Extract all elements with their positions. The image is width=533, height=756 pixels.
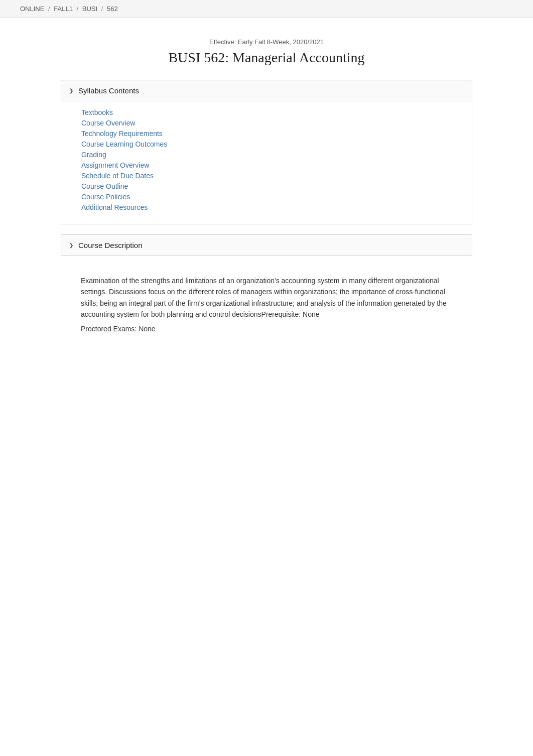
- syllabus-section: ❯ Syllabus Contents Textbooks Course Ove…: [61, 80, 472, 224]
- list-item: Textbooks: [81, 108, 464, 117]
- list-item: Technology Requirements: [81, 130, 464, 138]
- main-content: Effective: Early Fall 8-Week, 2020/2021 …: [41, 18, 492, 367]
- toc-link-additional-resources[interactable]: Additional Resources: [81, 203, 148, 211]
- effective-date: Effective: Early Fall 8-Week, 2020/2021: [61, 38, 472, 46]
- breadcrumb-sep-3: /: [101, 5, 103, 13]
- list-item: Assignment Overview: [81, 161, 464, 170]
- list-item: Additional Resources: [81, 203, 464, 212]
- description-body: Examination of the strengths and limitat…: [61, 266, 472, 347]
- toc-link-course-outline[interactable]: Course Outline: [81, 182, 128, 190]
- description-toggle-icon: ❯: [69, 242, 73, 248]
- toc-link-course-overview[interactable]: Course Overview: [81, 119, 135, 127]
- list-item: Course Outline: [81, 182, 464, 191]
- toc-link-grading[interactable]: Grading: [81, 151, 106, 159]
- toc-link-assignment-overview[interactable]: Assignment Overview: [81, 161, 149, 169]
- toc-link-textbooks[interactable]: Textbooks: [81, 108, 113, 116]
- list-item: Course Learning Outcomes: [81, 140, 464, 149]
- syllabus-section-body: Textbooks Course Overview Technology Req…: [61, 101, 472, 224]
- syllabus-section-header[interactable]: ❯ Syllabus Contents: [61, 80, 472, 101]
- breadcrumb-562[interactable]: 562: [107, 5, 118, 13]
- description-section-header[interactable]: ❯ Course Description: [61, 235, 472, 256]
- course-title: BUSI 562: Managerial Accounting: [61, 50, 472, 66]
- breadcrumb: ONLINE / FALL1 / BUSI / 562: [0, 0, 533, 18]
- description-section-title: Course Description: [78, 241, 143, 249]
- description-text: Examination of the strengths and limitat…: [81, 275, 452, 320]
- list-item: Course Overview: [81, 119, 464, 128]
- syllabus-toggle-icon: ❯: [69, 88, 73, 93]
- toc-link-schedule-due-dates[interactable]: Schedule of Due Dates: [81, 172, 154, 180]
- list-item: Course Policies: [81, 193, 464, 201]
- breadcrumb-fall1[interactable]: FALL1: [54, 5, 73, 13]
- toc-list: Textbooks Course Overview Technology Req…: [81, 108, 464, 212]
- breadcrumb-busi[interactable]: BUSI: [82, 5, 97, 13]
- breadcrumb-sep-2: /: [77, 5, 79, 13]
- toc-link-course-policies[interactable]: Course Policies: [81, 193, 130, 201]
- breadcrumb-online[interactable]: ONLINE: [20, 5, 44, 13]
- syllabus-section-title: Syllabus Contents: [78, 86, 139, 95]
- list-item: Schedule of Due Dates: [81, 172, 464, 180]
- proctored-text: Proctored Exams: None: [81, 323, 452, 334]
- breadcrumb-sep-1: /: [48, 5, 50, 13]
- list-item: Grading: [81, 151, 464, 159]
- description-section: ❯ Course Description: [61, 234, 472, 256]
- toc-link-course-learning-outcomes[interactable]: Course Learning Outcomes: [81, 140, 167, 148]
- toc-link-technology-requirements[interactable]: Technology Requirements: [81, 130, 163, 138]
